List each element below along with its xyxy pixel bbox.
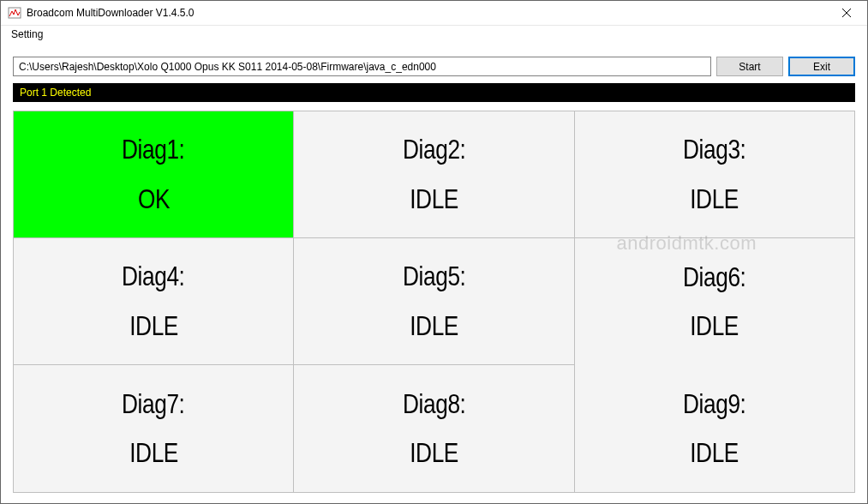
- diag-status: IDLE: [690, 184, 739, 214]
- diag-label: Diag5:: [403, 261, 465, 291]
- diag-cell-9: Diag9:IDLE: [575, 365, 855, 492]
- start-button[interactable]: Start: [716, 57, 783, 76]
- close-icon: [842, 9, 851, 17]
- diag-status: IDLE: [129, 311, 178, 341]
- diag-status: IDLE: [690, 438, 739, 468]
- diag-cell-5: Diag5:IDLE: [294, 238, 574, 365]
- diag-cell-6: Diag6:IDLE: [575, 238, 855, 365]
- window-title: Broadcom MultiDownloader V1.4.5.0: [27, 7, 827, 19]
- diag-cell-8: Diag8:IDLE: [294, 365, 574, 492]
- diag-status: IDLE: [410, 311, 458, 341]
- app-icon: [8, 6, 21, 20]
- content-area: Start Exit Port 1 Detected androidmtk.co…: [1, 43, 867, 504]
- diag-cell-3: Diag3:IDLE: [575, 111, 855, 238]
- toolbar-row: Start Exit: [13, 57, 855, 76]
- close-button[interactable]: [827, 1, 865, 25]
- diag-status: IDLE: [690, 311, 739, 341]
- status-text: Port 1 Detected: [20, 87, 91, 99]
- diag-label: Diag2:: [403, 135, 465, 165]
- titlebar: Broadcom MultiDownloader V1.4.5.0: [1, 1, 867, 26]
- status-bar: Port 1 Detected: [13, 83, 855, 102]
- exit-button[interactable]: Exit: [788, 57, 855, 76]
- diag-label: Diag6:: [683, 262, 745, 292]
- diag-cell-7: Diag7:IDLE: [14, 365, 294, 492]
- firmware-path-input[interactable]: [13, 57, 711, 76]
- diag-cell-1: Diag1:OK: [14, 111, 294, 238]
- diag-label: Diag4:: [122, 261, 184, 291]
- diag-grid: androidmtk.com Diag1:OKDiag2:IDLEDiag3:I…: [13, 111, 855, 493]
- menu-setting[interactable]: Setting: [6, 27, 48, 42]
- diag-label: Diag9:: [683, 389, 745, 419]
- diag-status: IDLE: [410, 184, 458, 214]
- diag-status: IDLE: [410, 438, 458, 468]
- diag-label: Diag7:: [122, 389, 184, 419]
- diag-label: Diag1:: [122, 135, 184, 165]
- diag-cell-2: Diag2:IDLE: [294, 111, 574, 238]
- menubar: Setting: [1, 26, 867, 43]
- diag-cell-4: Diag4:IDLE: [14, 238, 294, 365]
- diag-label: Diag3:: [683, 135, 745, 165]
- diag-label: Diag8:: [403, 389, 465, 419]
- diag-status: IDLE: [129, 438, 178, 468]
- diag-status: OK: [138, 184, 170, 214]
